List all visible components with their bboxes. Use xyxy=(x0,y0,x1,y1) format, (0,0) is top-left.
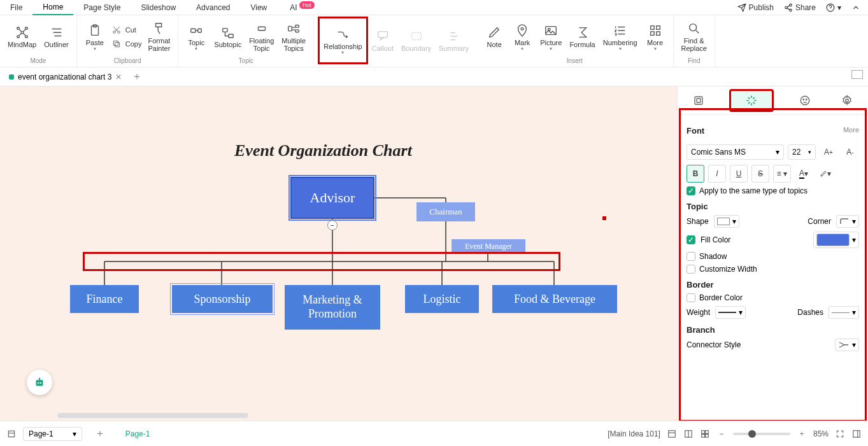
subtopic-button[interactable]: Subtopic xyxy=(210,17,245,57)
help-button[interactable]: ▾ xyxy=(826,3,841,12)
font-grow-button[interactable]: A+ xyxy=(820,143,837,161)
shadow-checkbox[interactable] xyxy=(687,252,695,261)
font-color-button[interactable]: A ▾ xyxy=(795,165,813,183)
view-mode-1[interactable] xyxy=(667,429,677,439)
menu-slideshow[interactable]: Slideshow xyxy=(131,1,186,15)
view-mode-3[interactable] xyxy=(700,429,710,439)
chart-title[interactable]: Event Organization Chart xyxy=(234,141,412,160)
border-section-title: Border xyxy=(687,280,859,289)
page-tab[interactable]: Page-1 xyxy=(118,427,158,441)
picture-button[interactable]: Picture▾ xyxy=(536,17,566,57)
numbering-button[interactable]: Numbering▾ xyxy=(599,17,641,57)
mark-button[interactable]: Mark▾ xyxy=(508,17,536,57)
panel-tab-settings[interactable] xyxy=(836,89,858,112)
fillcolor-select[interactable]: ▾ xyxy=(813,232,859,248)
ai-assistant-button[interactable] xyxy=(27,370,52,395)
panel-more-link[interactable]: More xyxy=(843,126,859,134)
node-advisor[interactable]: Advisor xyxy=(290,177,374,219)
node-sponsorship[interactable]: Sponsorship xyxy=(172,285,273,313)
mindmap-button[interactable]: MindMap xyxy=(4,17,40,57)
copy-button[interactable]: Copy xyxy=(109,38,145,50)
relationship-button[interactable]: Relationship▾ xyxy=(318,17,368,64)
node-marketing[interactable]: Marketing & Promotion xyxy=(285,285,380,330)
underline-button[interactable]: U xyxy=(730,165,748,183)
share-button[interactable]: Share xyxy=(784,3,816,12)
paste-button[interactable]: Paste▾ xyxy=(81,17,109,57)
menu-advanced[interactable]: Advanced xyxy=(186,1,240,15)
paste-icon xyxy=(88,24,102,38)
bordercolor-checkbox[interactable] xyxy=(687,293,695,302)
horizontal-scrollbar[interactable] xyxy=(57,413,248,418)
node-finance[interactable]: Finance xyxy=(70,285,139,313)
highlight-button[interactable]: ▾ xyxy=(816,165,834,183)
format-painter-button[interactable]: Format Painter xyxy=(144,17,174,57)
publish-button[interactable]: Publish xyxy=(737,3,774,12)
find-group-label: Find xyxy=(678,57,711,66)
svg-rect-16 xyxy=(198,29,202,32)
collapse-toggle[interactable]: − xyxy=(327,220,338,230)
customwidth-checkbox[interactable] xyxy=(687,265,695,274)
page-list-button[interactable] xyxy=(6,429,17,439)
formula-button[interactable]: Formula xyxy=(566,17,599,57)
add-page-button[interactable]: ＋ xyxy=(89,427,111,440)
menu-view[interactable]: View xyxy=(240,1,277,15)
strikethrough-button[interactable]: S xyxy=(751,165,769,183)
font-family-select[interactable]: Comic Sans MS▾ xyxy=(687,144,784,160)
floating-topic-button[interactable]: Floating Topic xyxy=(245,17,278,57)
zoom-slider[interactable] xyxy=(733,433,790,435)
zoom-value[interactable]: 85% xyxy=(813,429,829,438)
svg-rect-30 xyxy=(650,32,653,36)
more-button[interactable]: More▾ xyxy=(641,17,669,57)
mindmap-label: MindMap xyxy=(8,41,36,48)
corner-select[interactable]: ▾ xyxy=(836,215,859,228)
multiple-topics-button[interactable]: Multiple Topics xyxy=(278,17,309,57)
shape-select[interactable]: ▾ xyxy=(714,215,739,228)
highlight-bar xyxy=(83,252,560,271)
canvas[interactable]: Event Organization Chart Advisor − Chair… xyxy=(0,87,677,421)
topic-button[interactable]: Topic▾ xyxy=(182,17,210,57)
font-size-select[interactable]: 22▾ xyxy=(788,144,816,160)
find-replace-button[interactable]: Find & Replace xyxy=(678,17,711,57)
side-panel: Font More Comic Sans MS▾ 22▾ A+ A- B I U… xyxy=(677,87,868,421)
weight-select[interactable]: ▾ xyxy=(715,306,746,319)
outliner-button[interactable]: Outliner xyxy=(40,17,73,57)
bold-button[interactable]: B xyxy=(687,165,704,183)
close-tab-button[interactable]: ✕ xyxy=(115,73,122,81)
fullscreen-button[interactable] xyxy=(835,429,845,439)
main-idea-indicator: [Main Idea 101] xyxy=(608,429,660,438)
cut-button[interactable]: Cut xyxy=(109,24,145,36)
menu-file[interactable]: File xyxy=(0,1,32,15)
more-icon xyxy=(648,24,662,38)
red-marker xyxy=(602,216,606,220)
node-event-manager[interactable]: Event Manager xyxy=(452,239,525,253)
node-food[interactable]: Food & Beverage xyxy=(492,285,617,313)
menu-pagestyle[interactable]: Page Style xyxy=(73,1,131,15)
node-chairman[interactable]: Chairman xyxy=(416,202,475,221)
collapse-ribbon-button[interactable] xyxy=(851,3,860,12)
align-button[interactable]: ≡ ▾ xyxy=(773,165,791,183)
note-button[interactable]: Note xyxy=(480,17,508,57)
panel-tab-icon[interactable] xyxy=(793,89,816,112)
view-mode-2[interactable] xyxy=(683,429,694,439)
panel-toggle-button[interactable] xyxy=(851,429,862,439)
fillcolor-checkbox[interactable]: ✓ xyxy=(687,235,695,244)
page-select[interactable]: Page-1▾ xyxy=(23,427,82,441)
font-shrink-button[interactable]: A- xyxy=(841,143,859,161)
menu-ai[interactable]: AI Hot xyxy=(280,1,325,15)
subtopic-icon xyxy=(221,25,235,39)
document-tab[interactable]: event organizational chart 3 ✕ xyxy=(4,70,127,84)
menu-home[interactable]: Home xyxy=(32,0,73,15)
zoom-in-button[interactable]: ＋ xyxy=(797,429,807,439)
svg-rect-22 xyxy=(295,30,299,32)
menu-bar: File Home Page Style Slideshow Advanced … xyxy=(0,0,868,15)
italic-button[interactable]: I xyxy=(708,165,726,183)
apply-same-checkbox[interactable]: ✓ xyxy=(687,186,695,195)
add-tab-button[interactable]: ＋ xyxy=(132,70,142,83)
zoom-out-button[interactable]: − xyxy=(716,429,727,439)
panel-tab-style[interactable] xyxy=(729,89,774,112)
connector-select[interactable]: ▾ xyxy=(835,338,859,351)
dashes-select[interactable]: ▾ xyxy=(829,306,859,319)
panel-tab-outline[interactable] xyxy=(687,89,710,112)
node-logistic[interactable]: Logistic xyxy=(405,285,479,313)
formula-label: Formula xyxy=(569,41,595,48)
